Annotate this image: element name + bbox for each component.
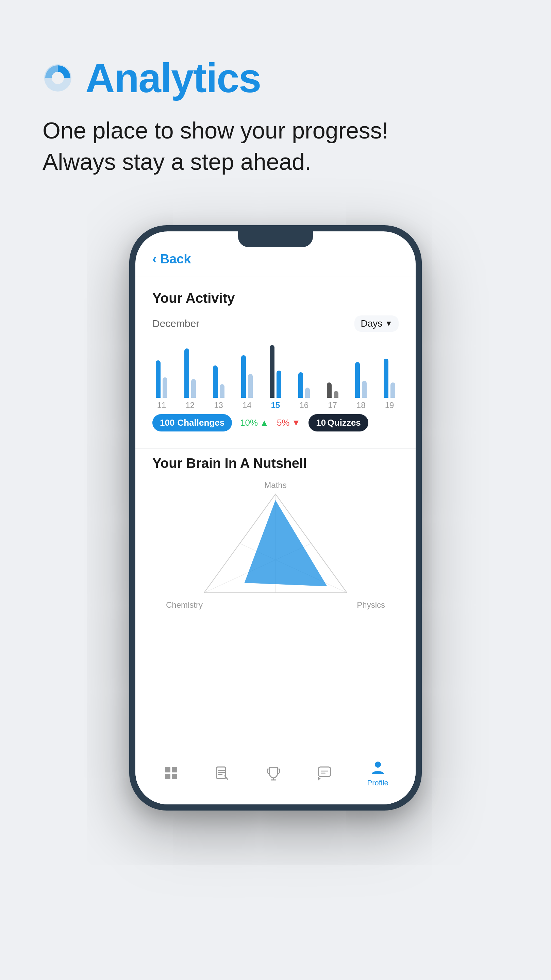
period-selector[interactable]: Days ▼ [354,315,399,332]
bar-group-12: 12 [184,340,196,410]
stats-row: 100 Challenges 10% ▲ 5% ▼ 10 [152,414,399,431]
bar-group-19: 19 [384,340,395,410]
bar [191,379,196,398]
nav-item-chat[interactable] [316,765,333,782]
challenges-count: 100 [160,417,175,428]
svg-marker-8 [245,501,327,586]
day-label-selected: 15 [271,401,280,410]
bar [305,388,310,398]
quizzes-count: 10 [316,417,326,428]
dropdown-arrow-icon: ▼ [385,319,392,328]
brain-chart-svg [191,487,360,603]
day-label: 14 [243,401,252,410]
bar-group-16: 16 [298,340,310,410]
header-title-row: Analytics [43,54,508,102]
brain-section: Your Brain In A Nutshell Maths [135,449,416,617]
bar [362,381,367,398]
day-label: 11 [157,401,166,410]
day-label: 17 [328,401,337,410]
percent-green-value: 10% [240,417,258,428]
svg-rect-12 [172,774,177,779]
phone-notch [238,231,313,247]
day-label: 16 [299,401,308,410]
bar [298,372,303,398]
bar [327,382,332,398]
bar [184,348,189,398]
bar-group-17: 17 [327,340,338,410]
challenges-label: Challenges [177,417,224,428]
nav-profile-label: Profile [367,778,388,788]
bar [241,355,246,398]
svg-rect-9 [165,767,170,772]
percent-red-value: 5% [277,417,290,428]
phone-screen: ‹ Back Your Activity December Days ▼ [135,231,416,804]
month-label: December [152,318,199,329]
bar [276,371,281,398]
svg-rect-16 [318,767,330,776]
spacer [135,617,416,752]
quizzes-pill: 10 Quizzes [308,414,368,431]
svg-rect-10 [172,767,177,772]
back-label: Back [160,252,191,266]
bar [333,391,338,398]
svg-point-1 [52,72,64,84]
day-label: 19 [385,401,394,410]
bar [391,382,395,398]
quizzes-label: Quizzes [327,417,361,428]
home-icon [163,765,179,782]
back-chevron-icon: ‹ [152,252,157,266]
chat-icon [316,765,333,782]
brain-label-chemistry: Chemistry [166,600,203,610]
percent-green: 10% ▲ [240,417,269,428]
percent-red: 5% ▼ [277,417,300,428]
header-subtitle: One place to show your progress! Always … [43,115,508,178]
screen-content: ‹ Back Your Activity December Days ▼ [135,231,416,804]
bar [270,345,275,398]
header-section: Analytics One place to show your progres… [0,0,551,198]
activity-title: Your Activity [152,291,399,306]
brain-title: Your Brain In A Nutshell [152,456,399,471]
bar-group-11: 11 [156,340,167,410]
bar-group-18: 18 [355,340,367,410]
bar [213,366,218,398]
profile-icon [369,759,386,776]
nav-item-lessons[interactable] [214,765,230,782]
activity-section: Your Activity December Days ▼ [135,277,416,449]
arrow-up-icon: ▲ [260,417,269,428]
trophy-icon [265,765,282,782]
bar [248,374,253,398]
nav-item-home[interactable] [163,765,179,782]
bar [163,377,167,398]
bar [156,360,160,398]
nav-item-trophy[interactable] [265,765,282,782]
bar [355,362,360,398]
brain-label-physics: Physics [357,600,385,610]
bar-group-15: 15 [270,340,281,410]
page-title: Analytics [86,54,261,102]
bar-group-13: 13 [213,340,224,410]
bar [384,359,388,398]
period-label: Days [360,318,382,329]
phone-mockup: ‹ Back Your Activity December Days ▼ [129,225,422,811]
month-row: December Days ▼ [152,315,399,332]
day-label: 12 [185,401,195,410]
nav-item-profile[interactable]: Profile [367,759,388,788]
svg-rect-11 [165,774,170,779]
svg-point-19 [375,762,381,768]
bar-chart: 11 12 [152,342,399,410]
bottom-nav: Profile [135,752,416,804]
brain-chart: Maths [152,480,399,610]
lessons-icon [214,765,230,782]
bar [220,384,224,398]
challenges-pill: 100 Challenges [152,414,232,431]
day-label: 13 [214,401,223,410]
phone-wrapper: ‹ Back Your Activity December Days ▼ [0,198,551,845]
brain-label-maths: Maths [264,480,286,490]
arrow-down-icon: ▼ [292,417,300,428]
day-label: 18 [356,401,366,410]
bar-group-14: 14 [241,340,253,410]
analytics-icon [43,63,73,93]
